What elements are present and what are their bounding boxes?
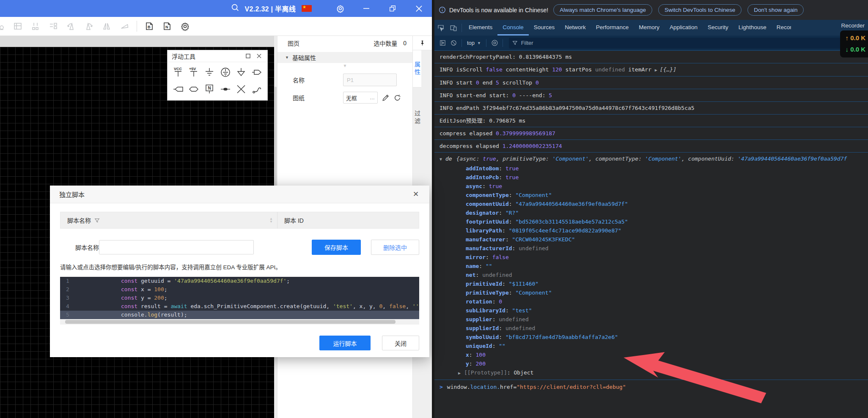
devtools-tab-console[interactable]: Console: [497, 20, 529, 36]
devtools-tab-security[interactable]: Security: [703, 20, 733, 36]
earth-ground-icon[interactable]: [217, 64, 233, 81]
filter-input[interactable]: [521, 40, 858, 46]
svg-text:B: B: [148, 25, 151, 29]
editor-hscrollbar[interactable]: [60, 319, 419, 325]
console-entry: ▼de{async: true, primitiveType: 'Compone…: [434, 153, 868, 380]
bom-file-icon[interactable]: B: [144, 21, 154, 31]
object-log-header[interactable]: ▼de{async: true, primitiveType: 'Compone…: [439, 155, 865, 163]
netflag-n-icon[interactable]: N: [202, 81, 217, 98]
device-toolbar-icon[interactable]: [447, 22, 460, 33]
maximize-icon[interactable]: [244, 52, 252, 60]
net-flag-icon[interactable]: [249, 64, 265, 81]
script-code-editor[interactable]: 1const getuuid = '47a9a99440564460ae36f9…: [60, 277, 419, 319]
tab-properties[interactable]: 属性: [413, 50, 421, 87]
inspect-cursor-icon[interactable]: [434, 22, 447, 33]
more-icon[interactable]: …: [370, 95, 375, 101]
sort-arrows-icon[interactable]: ▲▼: [269, 217, 273, 223]
maximize-icon[interactable]: [379, 0, 406, 17]
notification-button-2[interactable]: Don't show again: [747, 4, 804, 16]
run-script-button[interactable]: 运行脚本: [319, 336, 371, 350]
code-line-4[interactable]: 4const result = await eda.sch_PrimitiveC…: [60, 302, 419, 311]
devtools-tab-sources[interactable]: Sources: [529, 20, 560, 36]
clear-console-icon[interactable]: [448, 38, 459, 48]
console-entry: INFO isScroll false contentHeight 120 st…: [434, 63, 868, 76]
console-filter[interactable]: [509, 38, 861, 49]
probe-hook-icon[interactable]: [249, 81, 265, 98]
distribute-horizontal-icon[interactable]: [48, 21, 58, 31]
console-toolbar: top▼: [434, 36, 868, 51]
code-line-1[interactable]: 1const getuuid = '47a9a99440564460ae36f9…: [60, 277, 419, 285]
devtools-tab-network[interactable]: Network: [560, 20, 591, 36]
sheet-field-label: 图纸: [277, 93, 343, 102]
funnel-filter-icon[interactable]: [94, 218, 100, 223]
svg-text:VCC: VCC: [174, 67, 182, 71]
net-port-hex-icon[interactable]: [186, 81, 201, 98]
eye-icon[interactable]: [489, 38, 500, 48]
notification-button-0[interactable]: Always match Chrome's language: [553, 4, 652, 16]
close-icon[interactable]: ✕: [411, 189, 421, 199]
object-property: name: "": [439, 262, 865, 270]
flip-vertical-icon[interactable]: [119, 21, 129, 31]
devtools-tab-lighthouse[interactable]: Lighthouse: [733, 20, 772, 36]
object-property: componentType: "Component": [439, 191, 865, 199]
search-icon[interactable]: [231, 3, 240, 14]
dialog-title: 独立脚本: [59, 190, 411, 199]
object-property: manufacturer: "CRCW040245K3FKEDC": [439, 235, 865, 244]
gnd-ground-icon[interactable]: [202, 64, 217, 81]
code-line-2[interactable]: 2const x = 100;: [60, 285, 419, 294]
sheet-select[interactable]: 无框 …: [343, 92, 378, 104]
rotate-left-icon[interactable]: [66, 21, 76, 31]
wire-junction-icon[interactable]: [217, 81, 233, 98]
close-dialog-button[interactable]: 关闭: [382, 336, 419, 350]
context-selector[interactable]: top▼: [464, 40, 483, 46]
devtools-tab-performance[interactable]: Performance: [591, 20, 634, 36]
script-dialog: 独立脚本 ✕ 脚本名称 ▲▼ 脚本 ID 脚本名称: [50, 186, 429, 357]
console-entry: decompress elapsed 1.2400000002235174: [434, 140, 868, 153]
vcc-power-icon[interactable]: VCC: [170, 64, 186, 81]
devtools-tab-elements[interactable]: Elements: [464, 20, 497, 36]
console-sidebar-icon[interactable]: [437, 38, 448, 48]
column-script-id[interactable]: 脚本 ID: [277, 216, 304, 224]
object-property: symbolUuid: "bf8cd717dfae4d7b9aabbf4affa…: [439, 333, 865, 342]
minimize-icon[interactable]: [353, 0, 379, 17]
grid-table-icon[interactable]: [13, 21, 23, 31]
object-property: designator: "R?": [439, 208, 865, 217]
tab-filter[interactable]: 过滤: [413, 101, 421, 135]
eda-window: V2.2.32 | 半离线 ★: [0, 0, 432, 418]
settings-gear-icon[interactable]: [327, 0, 353, 17]
close-icon[interactable]: [255, 52, 263, 60]
devtools-tab-application[interactable]: Application: [665, 20, 703, 36]
settings-gear-icon[interactable]: [180, 21, 190, 31]
refresh-icon[interactable]: [393, 93, 401, 102]
name-field-input[interactable]: [343, 74, 397, 86]
script-name-input[interactable]: [99, 240, 254, 254]
delete-selected-button[interactable]: 删除选中: [371, 240, 419, 255]
partial-tool-icon[interactable]: [0, 21, 5, 31]
section-label: 基础属性: [292, 53, 316, 62]
column-script-name[interactable]: 脚本名称: [67, 216, 91, 224]
code-line-3[interactable]: 3const y = 200;: [60, 294, 419, 302]
devtools-tab-recorder[interactable]: Recorder: [772, 20, 791, 36]
plus5v-power-icon[interactable]: +5V: [186, 64, 201, 81]
devtools-tabbar: ElementsConsoleSourcesNetworkPerformance…: [434, 20, 868, 36]
devtools-tab-memory[interactable]: Memory: [634, 20, 665, 36]
notification-button-1[interactable]: Switch DevTools to Chinese: [658, 4, 742, 16]
rotate-right-icon[interactable]: [84, 21, 94, 31]
funnel-icon: [512, 40, 518, 46]
collapse-handle-icon[interactable]: ▼: [277, 63, 412, 69]
distribute-vertical-icon[interactable]: [30, 21, 41, 31]
section-basic-properties[interactable]: ▼ 基础属性: [277, 52, 412, 63]
eda-toolbar: B N: [0, 17, 432, 36]
pin-icon[interactable]: [413, 36, 432, 50]
edit-pencil-icon[interactable]: [381, 93, 390, 102]
close-icon[interactable]: [406, 0, 432, 17]
net-port-icon[interactable]: [170, 81, 186, 98]
signal-ground-icon[interactable]: [233, 64, 249, 81]
code-line-5[interactable]: 5console.log(result);: [60, 311, 419, 319]
no-connect-icon[interactable]: [233, 81, 249, 98]
flip-horizontal-icon[interactable]: [102, 21, 112, 31]
console-messages[interactable]: renderSchPropertyPanel: 0.81396484375 ms…: [434, 51, 868, 393]
netlist-file-icon[interactable]: N: [162, 21, 172, 31]
floating-tools-titlebar[interactable]: 浮动工具: [168, 50, 267, 62]
save-script-button[interactable]: 保存脚本: [312, 240, 361, 255]
